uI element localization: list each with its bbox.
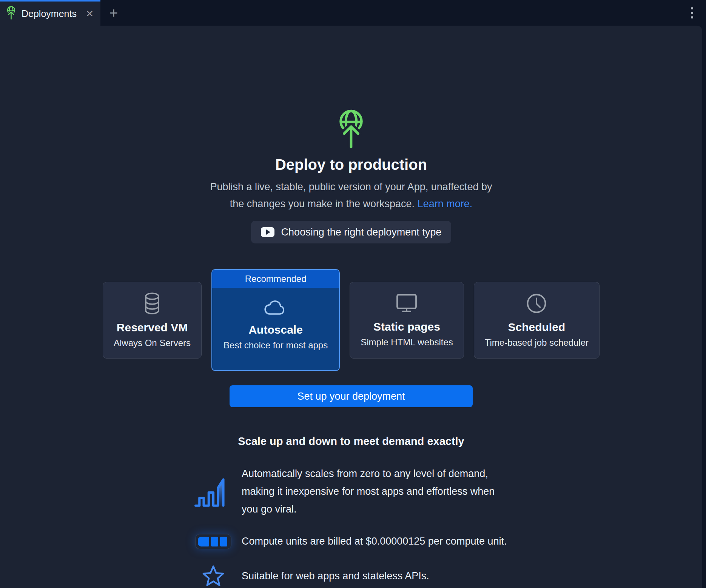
card-title: Reserved VM xyxy=(117,321,188,334)
card-subtitle: Time-based job scheduler xyxy=(485,337,589,348)
feature-row: Suitable for web apps and stateless APIs… xyxy=(185,565,517,587)
deploy-globe-arrow-icon xyxy=(336,108,366,150)
plus-icon: + xyxy=(109,5,118,21)
feature-row: Automatically scales from zero to any le… xyxy=(185,465,517,518)
card-autoscale[interactable]: Recommended Autoscale Best choice for mo… xyxy=(211,269,340,371)
deployment-type-cards: Reserved VM Always On Servers Recommende… xyxy=(103,269,600,371)
feature-row: Compute units are billed at $0.00000125 … xyxy=(185,533,517,550)
tab-bar: Deployments ✕ + xyxy=(0,0,706,26)
card-title: Autoscale xyxy=(248,323,302,336)
card-title: Static pages xyxy=(373,320,440,333)
tab-deployments[interactable]: Deployments ✕ xyxy=(0,0,100,26)
card-title: Scheduled xyxy=(508,321,566,334)
deployments-panel: Deploy to production Publish a live, sta… xyxy=(0,26,702,588)
learn-more-link[interactable]: Learn more. xyxy=(418,198,473,209)
card-subtitle: Always On Servers xyxy=(114,338,191,348)
autoscale-features-section: Scale up and down to meet demand exactly xyxy=(185,435,517,588)
recommended-badge: Recommended xyxy=(212,270,339,288)
subtitle-line-2: the changes you make in the workspace. L… xyxy=(210,195,492,212)
feature-text: Automatically scales from zero to any le… xyxy=(242,465,513,518)
cloud-icon xyxy=(262,298,289,317)
database-icon xyxy=(142,292,163,315)
subtitle-line-1: Publish a live, stable, public version o… xyxy=(210,179,492,195)
video-button-label: Choosing the right deployment type xyxy=(281,226,442,238)
monitor-icon xyxy=(395,292,418,314)
page-subtitle: Publish a live, stable, public version o… xyxy=(210,179,492,212)
scaling-chart-icon xyxy=(185,475,242,509)
kebab-menu-icon[interactable] xyxy=(689,5,695,21)
star-icon xyxy=(185,565,242,587)
card-reserved-vm[interactable]: Reserved VM Always On Servers xyxy=(103,282,202,359)
card-scheduled[interactable]: Scheduled Time-based job scheduler xyxy=(474,282,600,359)
deployments-globe-arrow-icon xyxy=(6,6,16,22)
clock-icon xyxy=(525,292,548,315)
tab-label: Deployments xyxy=(22,8,77,19)
new-tab-button[interactable]: + xyxy=(100,0,127,26)
feature-text: Suitable for web apps and stateless APIs… xyxy=(242,567,429,585)
compute-units-icon xyxy=(185,534,242,549)
card-subtitle: Best choice for most apps xyxy=(224,340,328,351)
deploy-content: Deploy to production Publish a live, sta… xyxy=(0,26,702,588)
features-heading: Scale up and down to meet demand exactly xyxy=(185,435,517,448)
feature-text: Compute units are billed at $0.00000125 … xyxy=(242,533,507,550)
card-static-pages[interactable]: Static pages Simple HTML websites xyxy=(350,282,464,359)
youtube-icon xyxy=(261,227,274,237)
close-icon[interactable]: ✕ xyxy=(86,9,94,18)
deployment-type-video-button[interactable]: Choosing the right deployment type xyxy=(251,221,452,243)
page-title: Deploy to production xyxy=(275,156,427,173)
setup-deployment-button[interactable]: Set up your deployment xyxy=(230,385,473,407)
card-autoscale-body: Autoscale Best choice for most apps xyxy=(212,288,339,370)
card-subtitle: Simple HTML websites xyxy=(361,337,453,348)
